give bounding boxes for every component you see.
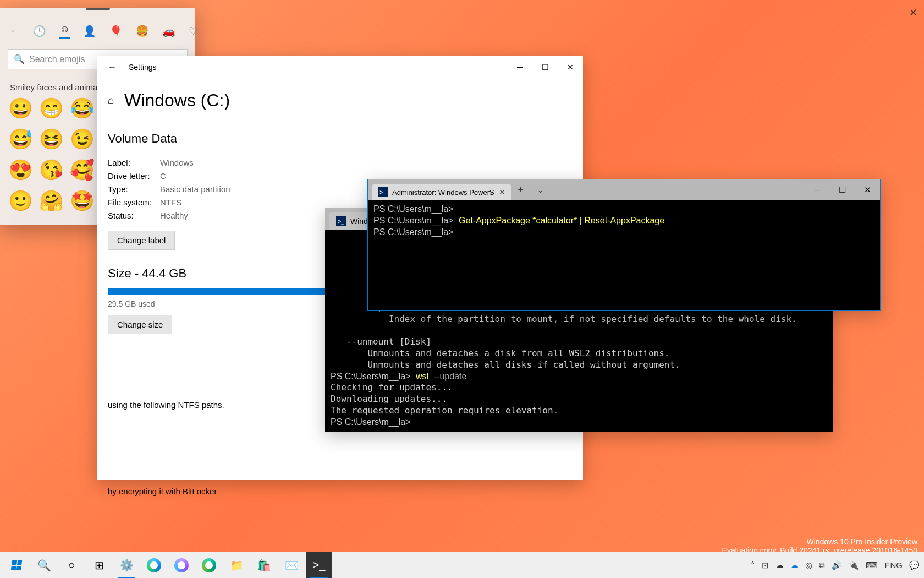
people-category-icon[interactable]: 👤 <box>83 25 96 37</box>
emoji-item[interactable]: 🥰 <box>69 157 96 183</box>
prompt-line2: PS C:\Users\m__la> <box>373 216 453 225</box>
label-label: Label: <box>108 158 160 167</box>
type-label: Type: <box>108 184 160 194</box>
page-title: Windows (C:) <box>124 90 230 111</box>
taskbar-terminal[interactable]: >_ <box>306 552 332 579</box>
powershell-icon: >_ <box>336 216 346 226</box>
prompt-line1: PS C:\Users\m__la> <box>373 204 453 214</box>
transport-category-icon[interactable]: 🚗 <box>162 25 175 37</box>
back-button[interactable]: ← <box>108 62 117 72</box>
emoji-item[interactable]: 😁 <box>38 95 65 122</box>
tray-onedrive-icon-2[interactable]: ☁ <box>790 560 799 570</box>
close-button[interactable]: ✕ <box>909 7 917 19</box>
recent-category-icon[interactable]: 🕒 <box>33 25 46 37</box>
maximize-button[interactable]: ☐ <box>829 180 855 200</box>
home-icon[interactable]: ⌂ <box>108 94 114 107</box>
powershell-icon: >_ <box>378 187 388 197</box>
change-label-button[interactable]: Change label <box>108 231 175 250</box>
drive-label: Drive letter: <box>108 171 160 181</box>
fs-label: File system: <box>108 198 160 207</box>
system-tray: ˄ ⊡ ☁ ☁ ◎ ⧉ 🔊 🔌 ⌨ ENG 💬 <box>751 560 924 570</box>
task-view-button[interactable]: ⊞ <box>86 552 112 579</box>
minimize-button[interactable]: ─ <box>507 56 532 78</box>
taskbar-edge-canary[interactable] <box>196 552 222 579</box>
settings-titlebar[interactable]: ← Settings ─ ☐ ✕ <box>97 56 583 78</box>
cortana-button[interactable]: ○ <box>58 552 85 579</box>
emoji-item[interactable]: 😆 <box>38 126 65 152</box>
bitlocker-text: by encrypting it with BitLocker <box>108 487 572 496</box>
emoji-item[interactable]: 🤩 <box>69 188 96 214</box>
food-category-icon[interactable]: 🍔 <box>136 25 149 37</box>
tray-location-icon[interactable]: ◎ <box>805 560 812 570</box>
celebrations-category-icon[interactable]: 🎈 <box>109 25 123 37</box>
emoji-item[interactable]: 🤗 <box>38 188 65 214</box>
emoji-item[interactable]: 😅 <box>8 126 34 152</box>
terminal-fg-tabbar[interactable]: >_ Administrator: Windows PowerS ✕ + ⌄ ─… <box>368 179 880 200</box>
new-tab-button[interactable]: + <box>511 184 531 196</box>
drive-value: C <box>160 171 166 181</box>
taskbar-store[interactable]: 🛍️ <box>251 552 277 579</box>
emoji-back-button[interactable]: ← <box>10 25 20 37</box>
emoji-item[interactable]: 😍 <box>8 157 34 183</box>
change-size-button[interactable]: Change size <box>108 315 172 334</box>
terminal-fg-tab[interactable]: >_ Administrator: Windows PowerS ✕ <box>372 184 511 200</box>
taskbar-mail[interactable]: ✉️ <box>278 552 305 579</box>
smiley-category-icon[interactable]: ☺ <box>59 23 70 39</box>
tab-close-icon[interactable]: ✕ <box>499 188 505 197</box>
hearts-category-icon[interactable]: ♡ <box>189 25 198 37</box>
close-button[interactable]: ✕ <box>558 56 583 78</box>
command: Get-AppxPackage *calculator* | Reset-App… <box>459 216 664 225</box>
tray-cast-icon[interactable]: ⧉ <box>819 560 825 570</box>
tray-power-icon[interactable]: 🔌 <box>849 560 859 570</box>
minimize-button[interactable]: ─ <box>804 180 829 200</box>
emoji-item[interactable]: 😘 <box>38 157 65 183</box>
maximize-button[interactable]: ☐ <box>532 56 558 78</box>
prompt-line3: PS C:\Users\m__la> <box>373 227 453 237</box>
tray-onedrive-icon[interactable]: ☁ <box>776 560 784 570</box>
volume-section-heading: Volume Data <box>108 132 572 146</box>
label-value: Windows <box>160 158 194 167</box>
tray-meet-icon[interactable]: ⊡ <box>762 560 769 570</box>
taskbar-explorer[interactable]: 📁 <box>223 552 250 579</box>
search-icon: 🔍 <box>14 54 25 64</box>
emoji-item[interactable]: 😉 <box>69 126 96 152</box>
emoji-item[interactable]: 🙂 <box>8 188 34 214</box>
type-value: Basic data partition <box>160 184 230 194</box>
close-button[interactable]: ✕ <box>855 180 880 200</box>
taskbar-edge[interactable] <box>141 552 167 579</box>
taskbar: 🔍 ○ ⊞ ⚙️ 📁 🛍️ ✉️ >_ ˄ ⊡ ☁ ☁ ◎ ⧉ 🔊 🔌 ⌨ EN… <box>0 552 924 578</box>
terminal-fg-content[interactable]: PS C:\Users\m__la> PS C:\Users\m__la> Ge… <box>368 200 880 241</box>
search-placeholder: Search emojis <box>29 54 85 64</box>
taskbar-edge-dev[interactable] <box>168 552 195 579</box>
tray-language[interactable]: ENG <box>884 560 903 570</box>
terminal-bg-tab-title: Wind <box>350 217 368 226</box>
start-button[interactable] <box>3 552 30 579</box>
size-used: 29.5 GB used <box>108 299 155 308</box>
terminal-window-fg: >_ Administrator: Windows PowerS ✕ + ⌄ ─… <box>367 179 881 311</box>
status-label: Status: <box>108 211 160 220</box>
settings-title: Settings <box>129 63 157 72</box>
tray-volume-icon[interactable]: 🔊 <box>832 560 842 570</box>
terminal-fg-tab-title: Administrator: Windows PowerS <box>392 188 494 197</box>
fs-value: NTFS <box>160 198 182 207</box>
emoji-item[interactable]: 😀 <box>8 95 34 122</box>
search-button[interactable]: 🔍 <box>31 552 57 579</box>
emoji-item[interactable]: 😂 <box>69 95 96 122</box>
status-value: Healthy <box>160 211 188 220</box>
watermark-line1: Windows 10 Pro Insider Preview <box>722 537 917 546</box>
tab-dropdown-button[interactable]: ⌄ <box>531 186 551 194</box>
tray-keyboard-icon[interactable]: ⌨ <box>866 560 878 570</box>
tray-chevron-icon[interactable]: ˄ <box>751 560 755 570</box>
tray-notifications-icon[interactable]: 💬 <box>909 560 920 570</box>
taskbar-settings[interactable]: ⚙️ <box>113 552 140 579</box>
